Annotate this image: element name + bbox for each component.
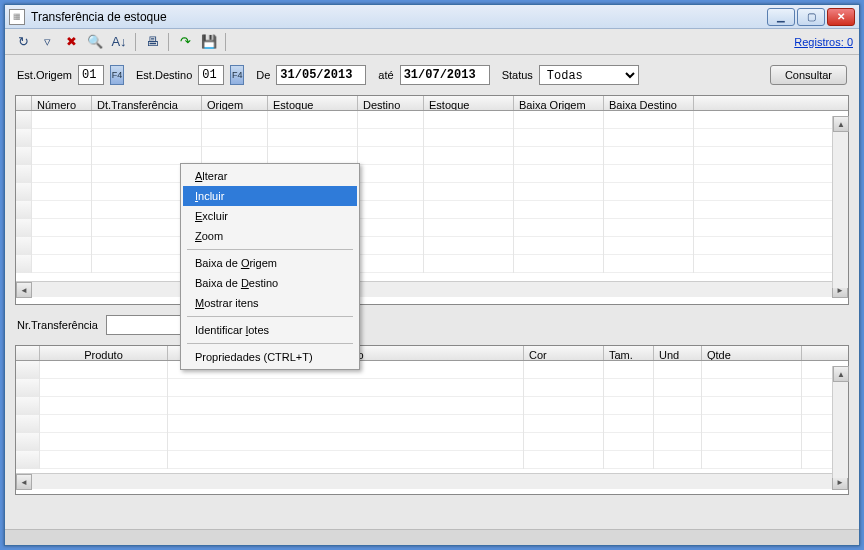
row-selector-header xyxy=(16,346,40,360)
de-input[interactable] xyxy=(276,65,366,85)
status-label: Status xyxy=(502,69,533,81)
vscrollbar[interactable]: ▲ xyxy=(832,366,848,478)
column-header[interactable]: Und xyxy=(654,346,702,360)
window-title: Transferência de estoque xyxy=(31,10,767,24)
separator xyxy=(225,33,226,51)
table-row[interactable] xyxy=(16,237,848,255)
est-destino-lookup-icon[interactable]: F4 xyxy=(230,65,244,85)
toolbar: ↻ ▿ ✖ 🔍 A↓ 🖶 ↷ 💾 Registros: 0 xyxy=(5,29,859,55)
hscrollbar[interactable]: ◄ ► xyxy=(16,281,848,297)
refresh-icon[interactable]: ↻ xyxy=(14,33,32,51)
minimize-button[interactable]: ▁ xyxy=(767,8,795,26)
column-header[interactable]: Tam. xyxy=(604,346,654,360)
separator xyxy=(168,33,169,51)
ate-input[interactable] xyxy=(400,65,490,85)
scroll-left-icon[interactable]: ◄ xyxy=(16,282,32,298)
grid-transfers: NúmeroDt.TransferênciaOrigemEstoqueDesti… xyxy=(15,95,849,305)
table-row[interactable] xyxy=(16,415,848,433)
registros-label: Registros: xyxy=(794,36,844,48)
table-row[interactable] xyxy=(16,219,848,237)
table-row[interactable] xyxy=(16,361,848,379)
menu-item[interactable]: Propriedades (CTRL+T) xyxy=(183,347,357,367)
est-origem-input[interactable] xyxy=(78,65,104,85)
nr-transferencia-label: Nr.Transferência xyxy=(17,319,98,331)
filter-icon[interactable]: ▿ xyxy=(38,33,56,51)
menu-separator xyxy=(187,316,353,317)
column-header[interactable]: Estoque xyxy=(268,96,358,110)
column-header[interactable]: Produto xyxy=(40,346,168,360)
table-row[interactable] xyxy=(16,129,848,147)
column-header[interactable]: Baixa Destino xyxy=(604,96,694,110)
status-select[interactable]: Todas xyxy=(539,65,639,85)
context-menu: AlterarIncluirExcluirZoomBaixa de Origem… xyxy=(180,163,360,370)
est-origem-label: Est.Origem xyxy=(17,69,72,81)
table-row[interactable] xyxy=(16,111,848,129)
menu-separator xyxy=(187,249,353,250)
menu-item[interactable]: Alterar xyxy=(183,166,357,186)
table-row[interactable] xyxy=(16,451,848,469)
column-header[interactable]: Baixa Origem xyxy=(514,96,604,110)
ate-label: até xyxy=(378,69,393,81)
window-root: ▦ Transferência de estoque ▁ ▢ ✕ ↻ ▿ ✖ 🔍… xyxy=(4,4,860,546)
menu-item[interactable]: Mostrar itens xyxy=(183,293,357,313)
column-header[interactable]: Dt.Transferência xyxy=(92,96,202,110)
column-header[interactable]: Número xyxy=(32,96,92,110)
separator xyxy=(135,33,136,51)
filter-remove-icon[interactable]: ✖ xyxy=(62,33,80,51)
de-label: De xyxy=(256,69,270,81)
search-icon[interactable]: 🔍 xyxy=(86,33,104,51)
table-row[interactable] xyxy=(16,433,848,451)
grid-transfers-header: NúmeroDt.TransferênciaOrigemEstoqueDesti… xyxy=(16,96,848,111)
registros-link[interactable]: Registros: 0 xyxy=(794,36,853,48)
table-row[interactable] xyxy=(16,183,848,201)
est-origem-lookup-icon[interactable]: F4 xyxy=(110,65,124,85)
column-header[interactable]: Destino xyxy=(358,96,424,110)
close-button[interactable]: ✕ xyxy=(827,8,855,26)
statusbar xyxy=(5,529,859,545)
menu-separator xyxy=(187,343,353,344)
table-row[interactable] xyxy=(16,201,848,219)
row-selector-header xyxy=(16,96,32,110)
registros-count: 0 xyxy=(847,36,853,48)
est-destino-label: Est.Destino xyxy=(136,69,192,81)
mid-bar: Nr.Transferência xyxy=(5,305,859,345)
table-row[interactable] xyxy=(16,397,848,415)
column-header[interactable]: Origem xyxy=(202,96,268,110)
scroll-track[interactable] xyxy=(32,282,832,297)
app-icon: ▦ xyxy=(9,9,25,25)
scroll-track[interactable] xyxy=(32,474,832,489)
scroll-up-icon[interactable]: ▲ xyxy=(833,116,849,132)
est-destino-input[interactable] xyxy=(198,65,224,85)
table-row[interactable] xyxy=(16,379,848,397)
titlebar: ▦ Transferência de estoque ▁ ▢ ✕ xyxy=(5,5,859,29)
menu-item[interactable]: Incluir xyxy=(183,186,357,206)
consultar-button[interactable]: Consultar xyxy=(770,65,847,85)
export-icon[interactable]: ↷ xyxy=(176,33,194,51)
table-row[interactable] xyxy=(16,165,848,183)
menu-item[interactable]: Baixa de Destino xyxy=(183,273,357,293)
menu-item[interactable]: Excluir xyxy=(183,206,357,226)
column-header[interactable]: Estoque xyxy=(424,96,514,110)
table-row[interactable] xyxy=(16,255,848,273)
grid-items-header: ProdutoModeloCorTam.UndQtde xyxy=(16,346,848,361)
scroll-up-icon[interactable]: ▲ xyxy=(833,366,849,382)
menu-item[interactable]: Baixa de Origem xyxy=(183,253,357,273)
scroll-left-icon[interactable]: ◄ xyxy=(16,474,32,490)
table-row[interactable] xyxy=(16,147,848,165)
column-header[interactable]: Qtde xyxy=(702,346,802,360)
filter-bar: Est.Origem F4 Est.Destino F4 De até Stat… xyxy=(5,55,859,95)
grid-items-body[interactable] xyxy=(16,361,848,473)
vscrollbar[interactable]: ▲ xyxy=(832,116,848,288)
sort-icon[interactable]: A↓ xyxy=(110,33,128,51)
hscrollbar[interactable]: ◄ ► xyxy=(16,473,848,489)
column-header[interactable]: Cor xyxy=(524,346,604,360)
maximize-button[interactable]: ▢ xyxy=(797,8,825,26)
grid-items: ProdutoModeloCorTam.UndQtde ▲ ◄ ► xyxy=(15,345,849,495)
save-icon[interactable]: 💾 xyxy=(200,33,218,51)
menu-item[interactable]: Identificar lotes xyxy=(183,320,357,340)
menu-item[interactable]: Zoom xyxy=(183,226,357,246)
print-icon[interactable]: 🖶 xyxy=(143,33,161,51)
grid-transfers-body[interactable] xyxy=(16,111,848,281)
nr-transferencia-input[interactable] xyxy=(106,315,186,335)
